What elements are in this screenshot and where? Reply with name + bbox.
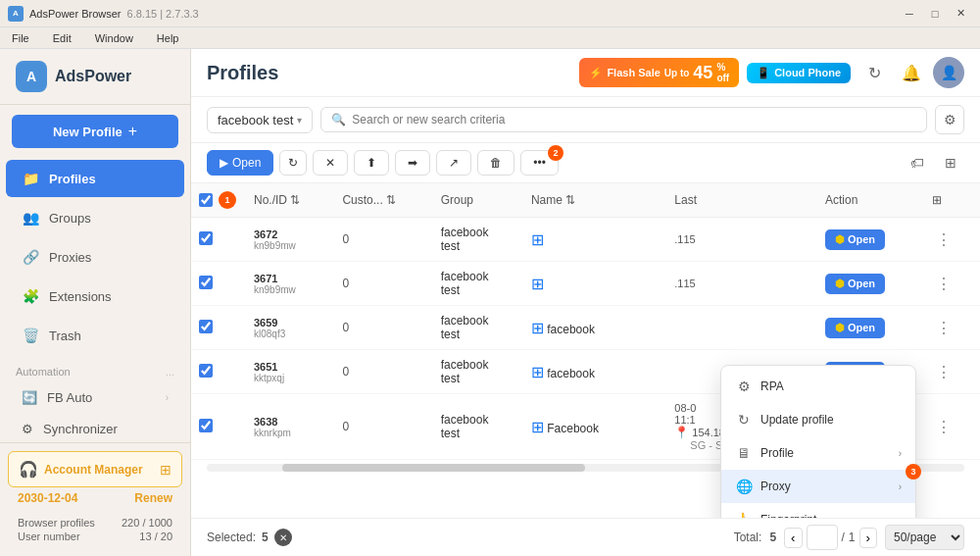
sidebar-bottom: 🎧 Account Manager ⊞ 2030-12-04 Renew Bro…	[0, 442, 190, 556]
main-layout: A AdsPower New Profile + 📁 Profiles 👥 Gr…	[0, 49, 980, 556]
maximize-button[interactable]: □	[923, 4, 947, 24]
titlebar-left: A AdsPower Browser 6.8.15 | 2.7.3.3	[8, 6, 199, 22]
row-menu-0[interactable]: ⋮	[932, 229, 956, 250]
row-checkbox-4[interactable]	[199, 419, 213, 432]
sidebar-date-row: 2030-12-04 Renew	[8, 487, 182, 509]
menu-file[interactable]: File	[8, 30, 33, 46]
columns-button[interactable]: ⊞	[937, 149, 964, 177]
col-last: Last	[664, 183, 815, 218]
sidebar-item-trash[interactable]: 🗑️ Trash	[6, 317, 184, 354]
sidebar: A AdsPower New Profile + 📁 Profiles 👥 Gr…	[0, 49, 191, 556]
menu-help[interactable]: Help	[153, 30, 183, 46]
menu-edit[interactable]: Edit	[49, 30, 75, 46]
row-checkbox-2[interactable]	[199, 320, 213, 333]
open-label: Open	[232, 156, 261, 170]
extensions-icon: 🧩	[22, 287, 39, 305]
close-button[interactable]: ✕	[949, 4, 972, 24]
open-button[interactable]: ▶ Open	[207, 150, 273, 176]
avatar[interactable]: 👤	[933, 57, 964, 88]
minimize-button[interactable]: ─	[898, 4, 921, 24]
context-profile-label: Profile	[760, 446, 794, 460]
row-platform-0	[638, 218, 664, 262]
share-button[interactable]: ↗	[436, 150, 471, 176]
user-number-value: 13 / 20	[139, 531, 172, 542]
clear-selection-button[interactable]: ✕	[274, 529, 292, 546]
move-button[interactable]: ➡	[395, 150, 430, 176]
row-checkbox-0[interactable]	[199, 231, 213, 245]
chevron-right-icon: ›	[166, 392, 169, 403]
context-menu-profile[interactable]: 🖥 Profile ›	[721, 436, 915, 470]
browser-profiles-value: 220 / 1000	[122, 517, 172, 529]
update-profile-icon: ↻	[735, 411, 753, 429]
groups-icon: 👥	[22, 209, 39, 227]
tag-button[interactable]: 🏷	[904, 149, 931, 177]
open-profile-2[interactable]: ⬢ Open	[825, 318, 885, 338]
filter-button[interactable]: ⚙	[935, 105, 964, 134]
cloud-icon: 📱	[757, 67, 770, 79]
menu-window[interactable]: Window	[91, 30, 137, 46]
context-menu-rpa[interactable]: ⚙ RPA	[721, 370, 915, 403]
sidebar-item-extensions[interactable]: 🧩 Extensions	[6, 278, 184, 315]
row-menu-4[interactable]: ⋮	[932, 417, 956, 437]
sidebar-proxies-label: Proxies	[49, 250, 91, 265]
logo-icon: A	[16, 61, 47, 92]
sidebar-item-profiles[interactable]: 📁 Profiles	[6, 160, 184, 197]
sidebar-item-proxies[interactable]: 🔗 Proxies	[6, 238, 184, 276]
row-group-2: facebooktest	[431, 306, 521, 350]
plus-icon: +	[128, 123, 137, 140]
sidebar-item-fb-auto[interactable]: 🔄 FB Auto ›	[6, 382, 184, 413]
flash-sale-banner[interactable]: ⚡ Flash Sale Up to 45 %off	[579, 58, 739, 87]
scrollbar-thumb[interactable]	[282, 464, 585, 472]
account-manager[interactable]: 🎧 Account Manager ⊞	[8, 451, 182, 487]
sidebar-trash-label: Trash	[49, 329, 81, 343]
per-page-select[interactable]: 50/page 100/page	[885, 525, 964, 550]
select-all-checkbox[interactable]	[199, 193, 213, 207]
refresh-profiles-button[interactable]: ↻	[279, 150, 307, 176]
col-more: ⊞	[922, 183, 980, 218]
row-name-4: ⊞ Facebook	[521, 394, 639, 460]
row-action-1: ⬢ Open	[815, 262, 922, 306]
row-last-1: .115	[664, 262, 815, 306]
table-container: 1 No./ID ⇅ Custo... ⇅ Group Name ⇅ Last …	[191, 183, 980, 518]
row-menu-1[interactable]: ⋮	[932, 274, 956, 294]
context-menu-update-profile[interactable]: ↻ Update profile	[721, 403, 915, 436]
renew-button[interactable]: Renew	[134, 491, 172, 505]
row-menu-3[interactable]: ⋮	[932, 362, 956, 382]
select-all-header[interactable]: 1	[191, 183, 244, 218]
menubar: File Edit Window Help	[0, 27, 980, 49]
page-input[interactable]: 1	[807, 525, 838, 550]
cloud-phone-button[interactable]: 📱 Cloud Phone	[747, 63, 851, 83]
row-custom-3: 0	[332, 350, 430, 394]
trash-action-icon: 🗑	[490, 156, 502, 170]
open-icon: ▶	[220, 156, 228, 170]
row-checkbox-1[interactable]	[199, 276, 213, 289]
new-profile-button[interactable]: New Profile +	[12, 115, 178, 148]
header-icons: ↻ 🔔 👤	[858, 57, 964, 88]
delete-button[interactable]: ✕	[313, 150, 348, 176]
context-menu-proxy[interactable]: 🌐 Proxy › 3 Edit proxy Change country/re…	[721, 470, 915, 503]
prev-page-button[interactable]: ‹	[784, 528, 802, 548]
open-profile-1[interactable]: ⬢ Open	[825, 274, 885, 294]
move-icon: ➡	[408, 156, 417, 170]
profile-icon: 🖥	[735, 444, 753, 462]
open-profile-0[interactable]: ⬢ Open	[825, 229, 885, 250]
row-name-2: ⊞ facebook	[521, 306, 639, 350]
group-selector[interactable]: facebook test ▾	[207, 107, 313, 133]
row-platform-1	[638, 262, 664, 306]
row-checkbox-3[interactable]	[199, 364, 213, 378]
more-button[interactable]: ••• 2	[520, 150, 559, 176]
row-menu-2[interactable]: ⋮	[932, 318, 956, 338]
trash-button[interactable]: 🗑	[477, 150, 514, 176]
context-menu-fingerprint[interactable]: 👆 Fingerprint ›	[721, 503, 915, 518]
next-page-button[interactable]: ›	[859, 528, 877, 548]
refresh-button[interactable]: ↻	[858, 57, 890, 88]
sidebar-item-groups[interactable]: 👥 Groups	[6, 199, 184, 236]
sidebar-item-synchronizer[interactable]: ⚙ Synchronizer	[6, 414, 184, 442]
search-input[interactable]	[352, 113, 916, 126]
export-button[interactable]: ⬆	[354, 150, 389, 176]
chevron-down-icon: ▾	[297, 115, 302, 126]
account-manager-icon: 🎧	[19, 460, 38, 479]
bell-button[interactable]: 🔔	[896, 57, 927, 88]
row-action-2: ⬢ Open	[815, 306, 922, 350]
row-id-2: 3659 kl08qf3	[244, 306, 332, 350]
